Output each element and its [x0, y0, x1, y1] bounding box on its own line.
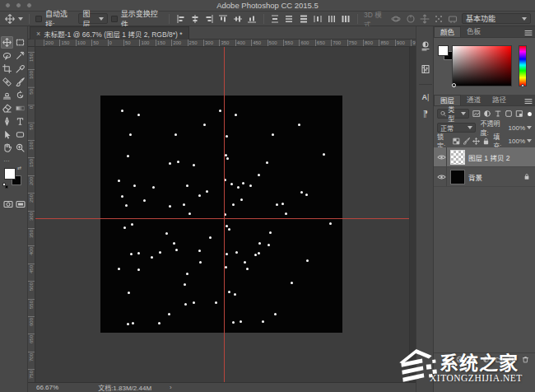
- layer-thumbnail[interactable]: [450, 170, 465, 184]
- layer-row-selected[interactable]: 图层 1 拷贝 2: [434, 147, 535, 167]
- auto-select-dropdown[interactable]: 图层: [78, 13, 108, 24]
- quick-select-tool[interactable]: [14, 49, 26, 62]
- filter-toggle-icon[interactable]: [528, 112, 532, 116]
- crop-tool[interactable]: [1, 63, 13, 75]
- hue-slider[interactable]: [519, 45, 527, 86]
- filter-adjustment-layers-icon[interactable]: [483, 110, 491, 119]
- status-arrow-icon[interactable]: ›: [170, 384, 172, 391]
- lock-transparent-icon[interactable]: [452, 137, 460, 146]
- align-bottom-edges-icon[interactable]: [246, 13, 257, 24]
- brush-tool[interactable]: [14, 76, 26, 88]
- document-tab[interactable]: × 未标题-1 @ 66.7% (图层 1 拷贝 2, RGB/8*) *: [30, 26, 189, 40]
- align-vertical-centers-icon[interactable]: [232, 13, 243, 24]
- canvas-dot: [232, 203, 235, 206]
- quick-mask-button[interactable]: [2, 198, 14, 210]
- close-tab-icon[interactable]: ×: [36, 30, 40, 38]
- color-foreground-swatch[interactable]: [438, 45, 449, 56]
- screen-mode-button[interactable]: [14, 198, 26, 210]
- adjustments-panel-icon[interactable]: [419, 40, 432, 53]
- layer-thumbnail[interactable]: [450, 150, 465, 165]
- lock-all-icon[interactable]: [482, 137, 490, 146]
- 3d-scale-icon[interactable]: [448, 13, 458, 24]
- lock-pixels-icon[interactable]: [462, 137, 470, 146]
- panel-menu-icon[interactable]: [524, 98, 533, 105]
- ruler-label: 550: [283, 40, 293, 47]
- distribute-horizontal-centers-icon[interactable]: [327, 13, 337, 24]
- paragraph-panel-icon[interactable]: ¶: [419, 107, 432, 120]
- panel-menu-icon[interactable]: [524, 30, 533, 36]
- distribute-vertical-centers-icon[interactable]: [284, 13, 295, 24]
- 3d-pan-icon[interactable]: [419, 13, 430, 24]
- visibility-eye-icon[interactable]: [436, 167, 447, 186]
- auto-select-checkbox[interactable]: [35, 16, 42, 22]
- ruler-horizontal[interactable]: 2001501005005010015020025030035040045050…: [35, 40, 416, 47]
- filter-type-layers-icon[interactable]: [494, 110, 502, 119]
- vertical-scrollbar[interactable]: [409, 47, 416, 382]
- gradient-tool[interactable]: [14, 102, 26, 114]
- eyedropper-tool[interactable]: [14, 63, 26, 75]
- tab-color[interactable]: 颜色: [434, 26, 461, 37]
- distribute-top-edges-icon[interactable]: [270, 13, 281, 24]
- 3d-orbit-icon[interactable]: [391, 13, 402, 24]
- layer-list-empty-area[interactable]: [434, 187, 535, 352]
- guide-vertical[interactable]: [224, 47, 225, 382]
- pen-tool[interactable]: [1, 115, 13, 128]
- tab-paths[interactable]: 路径: [486, 95, 512, 105]
- direct-select-tool[interactable]: [1, 128, 13, 141]
- 3d-roll-icon[interactable]: [405, 13, 416, 24]
- move-tool-icon[interactable]: [4, 13, 15, 24]
- tab-swatches[interactable]: 色板: [461, 26, 486, 37]
- distribute-left-edges-icon[interactable]: [312, 13, 323, 24]
- align-horizontal-centers-icon[interactable]: [189, 13, 200, 24]
- show-transform-checkbox[interactable]: [111, 16, 118, 22]
- align-left-edges-icon[interactable]: [175, 13, 186, 24]
- color-field-cursor[interactable]: [452, 83, 456, 87]
- zoom-level[interactable]: 66.67%: [36, 384, 58, 391]
- workspace-dropdown[interactable]: 基本功能: [462, 13, 531, 24]
- lock-position-icon[interactable]: [472, 137, 480, 146]
- canvas-dot: [235, 251, 238, 254]
- type-tool[interactable]: [14, 115, 26, 128]
- libraries-panel-icon[interactable]: [419, 63, 432, 76]
- foreground-color-swatch[interactable]: [4, 168, 16, 180]
- filter-pixel-layers-icon[interactable]: [472, 110, 480, 119]
- tool-preset-caret[interactable]: [18, 17, 23, 21]
- default-colors-icon[interactable]: [2, 183, 8, 189]
- saturation-brightness-field[interactable]: [452, 45, 512, 86]
- zoom-tool[interactable]: [14, 142, 26, 154]
- layer-row-background[interactable]: 背景: [434, 167, 535, 187]
- guide-horizontal[interactable]: [35, 218, 409, 219]
- align-top-edges-icon[interactable]: [218, 13, 229, 24]
- lasso-tool[interactable]: [1, 49, 13, 62]
- history-brush-tool[interactable]: [14, 89, 26, 101]
- canvas-dot: [291, 282, 293, 284]
- align-right-edges-icon[interactable]: [203, 13, 214, 24]
- healing-brush-tool[interactable]: [1, 76, 13, 88]
- distribute-bottom-edges-icon[interactable]: [298, 13, 309, 24]
- hand-tool[interactable]: [1, 142, 13, 154]
- visibility-eye-icon[interactable]: [436, 147, 447, 166]
- shape-tool[interactable]: [14, 128, 26, 141]
- swap-colors-icon[interactable]: ⇄: [17, 165, 21, 170]
- edit-toolbar-ellipsis[interactable]: …: [3, 156, 11, 163]
- fill-dropdown[interactable]: 100%: [509, 138, 532, 145]
- distribute-right-edges-icon[interactable]: [341, 13, 351, 24]
- ruler-vertical[interactable]: 1501005005010015020025030035040045050055…: [28, 47, 35, 382]
- clone-stamp-tool[interactable]: [1, 89, 13, 101]
- ruler-corner[interactable]: [28, 40, 35, 47]
- character-panel-icon[interactable]: A|: [419, 91, 432, 104]
- marquee-tool[interactable]: [14, 36, 26, 49]
- canvas[interactable]: [100, 96, 342, 333]
- filter-shape-layers-icon[interactable]: [505, 110, 513, 119]
- layer-filter-dropdown[interactable]: 类型: [437, 109, 469, 119]
- layer-name[interactable]: 图层 1 拷贝 2: [468, 152, 533, 162]
- filter-smart-objects-icon[interactable]: [515, 110, 523, 119]
- tab-channels[interactable]: 通道: [461, 95, 486, 105]
- eraser-tool[interactable]: [1, 102, 13, 114]
- 3d-slide-icon[interactable]: [434, 13, 444, 24]
- canvas-area[interactable]: [35, 47, 409, 382]
- opacity-dropdown[interactable]: 100%: [509, 124, 532, 132]
- move-tool[interactable]: [1, 36, 13, 49]
- layer-name[interactable]: 背景: [468, 172, 520, 182]
- hue-slider-cursor[interactable]: [521, 84, 524, 87]
